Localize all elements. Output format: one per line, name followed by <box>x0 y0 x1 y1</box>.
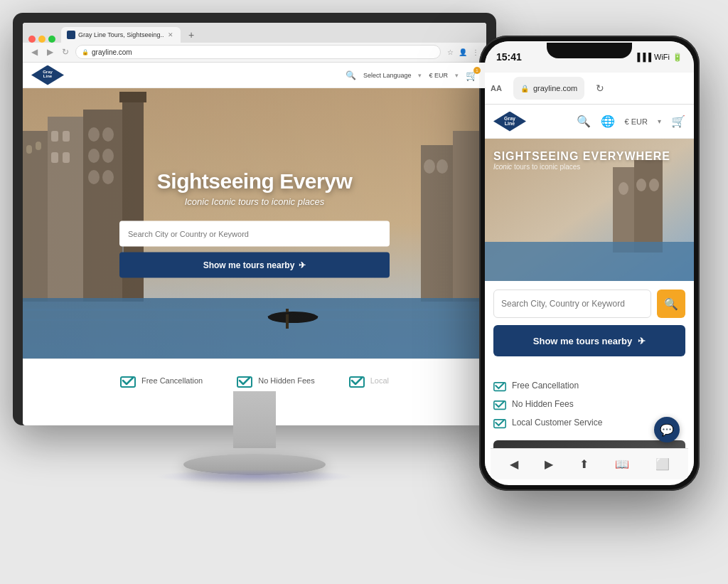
no-fees-icon <box>237 373 252 388</box>
close-traffic-light[interactable] <box>28 36 36 43</box>
screen-scrollable: Sightseeing Everyw Iconic Iconic tours t… <box>23 88 486 425</box>
website-content: Gray Line 🔍 Select Language ▾ € EUR ▾ <box>23 63 486 425</box>
phone-hero-content: SIGHTSEEING EVERYWHERE Iconic tours to i… <box>493 150 670 171</box>
phone-status-icons: ▐▐▐ WiFi 🔋 <box>635 53 682 62</box>
monitor-base-shadow <box>155 469 354 484</box>
phone-bookmarks-button[interactable]: 📖 <box>615 457 629 471</box>
phone-header-icons: 🔍 🌐 € EUR ▾ 🛒 <box>577 115 685 128</box>
hero-search-input[interactable] <box>128 230 381 238</box>
scene: Gray Line Tours, Sightseeing... ✕ + ◀ ▶ … <box>0 0 728 584</box>
cart-icon[interactable]: 🛒 1 <box>466 70 478 81</box>
phone-search-btn-icon: 🔍 <box>664 297 678 311</box>
phone-bottom-bar: ◀ ▶ ⬆ 📖 ⬜ <box>491 448 688 479</box>
phone-cart-icon[interactable]: 🛒 <box>671 115 685 128</box>
phone-reload-icon[interactable]: ↻ <box>596 83 604 94</box>
phone-location-arrow-icon: ✈ <box>638 336 646 346</box>
phone-fees-icon <box>493 398 506 410</box>
phone-site-header: Gray Line 🔍 🌐 € EUR ▾ 🛒 <box>485 105 694 139</box>
show-tours-button[interactable]: Show me tours nearby ✈ <box>119 253 390 278</box>
search-icon[interactable]: 🔍 <box>346 70 356 80</box>
browser-tab-bar: Gray Line Tours, Sightseeing... ✕ + <box>23 23 486 43</box>
refresh-button[interactable]: ↻ <box>60 46 71 58</box>
feature-label-local: Local <box>370 376 389 385</box>
monitor-frame: Gray Line Tours, Sightseeing... ✕ + ◀ ▶ … <box>13 13 496 425</box>
phone-address-bar[interactable]: 🔒 grayline.com <box>513 77 584 100</box>
mobile-phone: 15:41 ▐▐▐ WiFi 🔋 AA 🔒 grayline.com ↻ <box>479 36 700 491</box>
language-selector[interactable]: Select Language <box>363 72 412 79</box>
phone-forward-button[interactable]: ▶ <box>545 457 553 471</box>
phone-notch <box>547 43 632 58</box>
browser-actions: ☆ 👤 ⋮ <box>445 47 481 57</box>
address-bar[interactable]: 🔒 grayline.com <box>75 45 441 59</box>
phone-time: 15:41 <box>496 51 522 63</box>
phone-cancellation-icon <box>493 379 506 392</box>
svg-rect-33 <box>613 167 634 253</box>
phone-feature-label-1: Free Cancellation <box>512 381 579 391</box>
minimize-traffic-light[interactable] <box>38 36 46 43</box>
svg-rect-34 <box>634 160 663 253</box>
phone-chat-icon: 💬 <box>660 423 674 437</box>
wifi-icon: WiFi <box>654 53 670 61</box>
browser-tab[interactable]: Gray Line Tours, Sightseeing... ✕ <box>61 27 181 43</box>
feature-free-cancellation: Free Cancellation <box>120 373 203 388</box>
tab-title: Gray Line Tours, Sightseeing... <box>78 31 164 38</box>
phone-feature-label-3: Local Customer Service <box>512 418 602 428</box>
phone-globe-icon[interactable]: 🌐 <box>601 115 615 128</box>
url-text: grayline.com <box>92 48 132 56</box>
phone-search-row: 🔍 <box>493 290 685 318</box>
phone-local-icon <box>493 416 506 429</box>
bookmark-icon[interactable]: ☆ <box>445 47 455 57</box>
phone-lock-icon: 🔒 <box>520 85 529 92</box>
phone-chat-bubble[interactable]: 💬 <box>654 417 680 442</box>
phone-feature-fees: No Hidden Fees <box>493 395 685 413</box>
phone-search-section: 🔍 Show me tours nearby ✈ <box>485 281 694 373</box>
feature-local-service: Local <box>349 373 389 388</box>
phone-search-icon[interactable]: 🔍 <box>577 115 591 128</box>
location-arrow-icon: ✈ <box>299 260 306 270</box>
hero-subtitle: Iconic Iconic tours to iconic places <box>119 196 390 207</box>
svg-point-36 <box>636 179 646 191</box>
monitor-stand-neck <box>233 391 276 448</box>
feature-no-hidden-fees: No Hidden Fees <box>237 373 315 388</box>
phone-tabs-button[interactable]: ⬜ <box>655 457 670 471</box>
phone-hero-title: SIGHTSEEING EVERYWHERE <box>493 150 670 163</box>
battery-icon: 🔋 <box>673 53 682 62</box>
tab-favicon <box>67 31 75 39</box>
currency-selector[interactable]: € EUR <box>429 72 448 79</box>
monitor-screen: Gray Line Tours, Sightseeing... ✕ + ◀ ▶ … <box>23 23 486 425</box>
phone-browser-bar: AA 🔒 grayline.com ↻ <box>485 73 694 105</box>
svg-rect-38 <box>485 242 694 281</box>
maximize-traffic-light[interactable] <box>48 36 55 43</box>
traffic-lights <box>28 36 55 43</box>
svg-point-37 <box>649 179 659 191</box>
phone-search-input[interactable] <box>493 290 651 318</box>
hero-search-box <box>119 221 390 247</box>
site-hero: Sightseeing Everyw Iconic Iconic tours t… <box>23 88 486 359</box>
back-button[interactable]: ◀ <box>28 46 40 58</box>
hero-title: Sightseeing Everyw <box>119 169 390 193</box>
site-header-right: 🔍 Select Language ▾ € EUR ▾ 🛒 1 <box>346 70 478 81</box>
cart-badge: 1 <box>473 67 481 74</box>
phone-screen: 15:41 ▐▐▐ WiFi 🔋 AA 🔒 grayline.com ↻ <box>485 41 694 485</box>
new-tab-button[interactable]: + <box>183 27 199 43</box>
phone-share-button[interactable]: ⬆ <box>579 457 589 471</box>
phone-hero: SIGHTSEEING EVERYWHERE Iconic tours to i… <box>485 139 694 281</box>
desktop-monitor: Gray Line Tours, Sightseeing... ✕ + ◀ ▶ … <box>13 13 496 497</box>
cancellation-icon <box>120 373 136 388</box>
lock-icon: 🔒 <box>82 49 89 55</box>
phone-back-button[interactable]: ◀ <box>510 457 518 471</box>
phone-show-tours-button[interactable]: Show me tours nearby ✈ <box>493 325 685 356</box>
phone-hero-subtitle: Iconic tours to iconic places <box>493 163 670 171</box>
profile-icon[interactable]: 👤 <box>458 47 468 57</box>
feature-label-cancellation: Free Cancellation <box>141 376 203 385</box>
forward-button[interactable]: ▶ <box>44 46 55 58</box>
phone-currency-label[interactable]: € EUR <box>625 117 648 126</box>
phone-feature-label-2: No Hidden Fees <box>512 399 574 409</box>
local-service-icon <box>349 373 365 388</box>
phone-url: grayline.com <box>533 84 577 92</box>
site-header: Gray Line 🔍 Select Language ▾ € EUR ▾ <box>23 63 486 88</box>
tab-close-button[interactable]: ✕ <box>166 31 175 39</box>
phone-search-button[interactable]: 🔍 <box>657 290 685 318</box>
phone-feature-cancellation: Free Cancellation <box>493 376 685 395</box>
feature-label-fees: No Hidden Fees <box>258 376 315 385</box>
